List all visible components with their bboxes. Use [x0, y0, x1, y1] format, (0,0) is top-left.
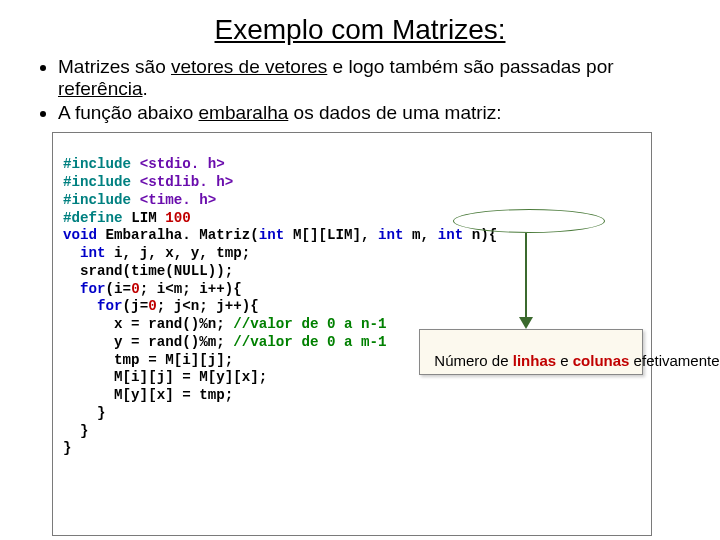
code-block: #include <stdio. h> #include <stdlib. h>… [52, 132, 652, 537]
code-text: m, [404, 227, 438, 243]
underline-text: embaralha [199, 102, 289, 123]
keyword: for [80, 281, 106, 297]
number: 0 [131, 281, 140, 297]
keyword: int [259, 227, 285, 243]
text: . [143, 78, 148, 99]
code-text: srand(time(NULL)); [63, 263, 233, 279]
emphasis: linhas [513, 352, 556, 369]
header: <stdio. h> [140, 156, 225, 172]
callout-box: Número de linhas e colunas efetivamente … [419, 329, 643, 375]
indent [63, 245, 80, 261]
keyword: #include [63, 156, 140, 172]
code-text: x = rand()%n; [63, 316, 233, 332]
code-text: ; i<m; i++){ [140, 281, 242, 297]
code-text: i, j, x, y, tmp; [106, 245, 251, 261]
code-text: tmp = M[i][j]; [63, 352, 233, 368]
comment: //valor de 0 a n-1 [233, 316, 386, 332]
header: <time. h> [140, 192, 217, 208]
keyword: #include [63, 192, 140, 208]
indent [63, 281, 80, 297]
code-text: (j= [123, 298, 149, 314]
code-text: y = rand()%m; [63, 334, 233, 350]
text: os dados de uma matriz: [288, 102, 501, 123]
keyword: int [80, 245, 106, 261]
keyword: for [97, 298, 123, 314]
text: efetivamente em uso. [629, 352, 720, 369]
code-text: M[y][x] = tmp; [63, 387, 233, 403]
text: e [556, 352, 573, 369]
keyword: #define [63, 210, 131, 226]
code-text: n){ [463, 227, 497, 243]
code-text: } [63, 423, 89, 439]
underline-text: referência [58, 78, 143, 99]
code-text: ; j<n; j++){ [157, 298, 259, 314]
code-text: } [63, 440, 72, 456]
number: 0 [148, 298, 157, 314]
keyword: void [63, 227, 97, 243]
code-text: (i= [106, 281, 132, 297]
bullet-2: A função abaixo embaralha os dados de um… [58, 102, 690, 124]
emphasis: colunas [573, 352, 630, 369]
arrow-icon [525, 233, 527, 319]
underline-text: vetores de vetores [171, 56, 327, 77]
keyword: int [438, 227, 464, 243]
header: <stdlib. h> [140, 174, 234, 190]
comment: //valor de 0 a m-1 [233, 334, 386, 350]
slide-title: Exemplo com Matrizes: [30, 14, 690, 46]
code-text: } [63, 405, 106, 421]
code-text: M[i][j] = M[y][x]; [63, 369, 267, 385]
bullet-list: Matrizes são vetores de vetores e logo t… [30, 56, 690, 124]
keyword: int [378, 227, 404, 243]
number: 100 [165, 210, 191, 226]
text: Número de [434, 352, 512, 369]
keyword: #include [63, 174, 140, 190]
arrow-head-icon [519, 317, 533, 329]
code-text: Embaralha. Matriz( [97, 227, 259, 243]
macro: LIM [131, 210, 165, 226]
text: Matrizes são [58, 56, 171, 77]
bullet-1: Matrizes são vetores de vetores e logo t… [58, 56, 690, 100]
text: A função abaixo [58, 102, 199, 123]
text: e logo também são passadas por [327, 56, 613, 77]
indent [63, 298, 97, 314]
code-text: M[][LIM], [284, 227, 378, 243]
